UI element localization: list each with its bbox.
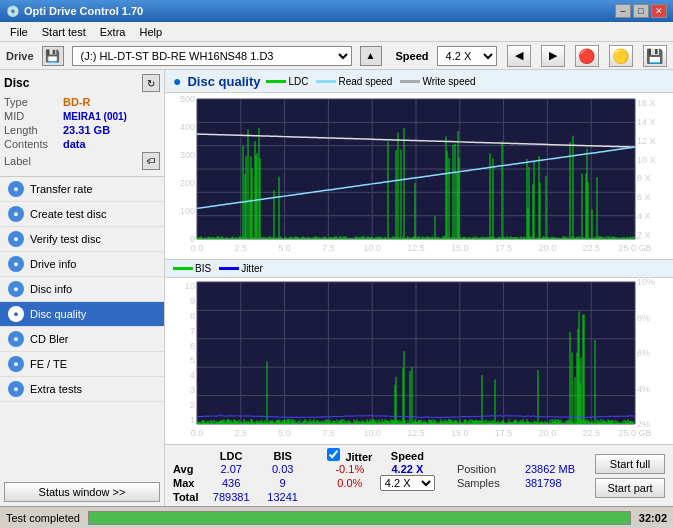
sidebar: Disc ↻ Type BD-R MID MEIRA1 (001) Length…	[0, 70, 165, 506]
ldc-avg: 2.07	[205, 463, 257, 475]
total-label: Total	[173, 491, 205, 503]
label-label: Label	[4, 155, 59, 167]
disc-refresh-button[interactable]: ↻	[142, 74, 160, 92]
upper-chart-container	[165, 93, 673, 260]
sidebar-item-disc-info[interactable]: ● Disc info	[0, 277, 164, 302]
app-icon: 💿	[6, 5, 20, 18]
nav-label-verify-test-disc: Verify test disc	[30, 233, 101, 245]
drive-icon: 💾	[42, 46, 64, 66]
max-label: Max	[173, 475, 205, 491]
disc-info-icon: ●	[8, 281, 24, 297]
write-speed-legend-label: Write speed	[422, 76, 475, 87]
jitter-checkbox[interactable]	[327, 448, 340, 461]
time-text: 32:02	[639, 512, 667, 524]
bis-legend-label: BIS	[195, 263, 211, 274]
position-label: Position	[457, 463, 525, 475]
menu-start-test[interactable]: Start test	[36, 25, 92, 39]
sidebar-item-create-test-disc[interactable]: ● Create test disc	[0, 202, 164, 227]
sidebar-item-transfer-rate[interactable]: ● Transfer rate	[0, 177, 164, 202]
sidebar-item-drive-info[interactable]: ● Drive info	[0, 252, 164, 277]
ldc-header: LDC	[205, 448, 257, 463]
bis-max: 9	[257, 475, 308, 491]
jitter-avg: -0.1%	[321, 463, 378, 475]
speed-value: 4.22 X	[378, 463, 436, 475]
status-bar: Test completed 32:02	[0, 506, 673, 528]
bis-jitter-legend: BIS Jitter	[173, 263, 263, 274]
close-button[interactable]: ✕	[651, 4, 667, 18]
verify-test-disc-icon: ●	[8, 231, 24, 247]
ldc-total: 789381	[205, 491, 257, 503]
start-full-button[interactable]: Start full	[595, 454, 665, 474]
label-icon-button[interactable]: 🏷	[142, 152, 160, 170]
nav-label-cd-bler: CD Bler	[30, 333, 69, 345]
length-value: 23.31 GB	[63, 124, 110, 136]
jitter-header: Jitter	[345, 451, 372, 463]
chart-area: BIS Jitter	[165, 93, 673, 444]
sidebar-item-verify-test-disc[interactable]: ● Verify test disc	[0, 227, 164, 252]
bis-legend-color	[173, 267, 193, 270]
nav-items: ● Transfer rate ● Create test disc ● Ver…	[0, 177, 164, 402]
maximize-button[interactable]: □	[633, 4, 649, 18]
disc-section: Disc ↻ Type BD-R MID MEIRA1 (001) Length…	[0, 70, 164, 177]
jitter-max: 0.0%	[321, 475, 378, 491]
extra-tests-icon: ●	[8, 381, 24, 397]
contents-label: Contents	[4, 138, 59, 150]
jitter-legend-label: Jitter	[241, 263, 263, 274]
nav-label-disc-info: Disc info	[30, 283, 72, 295]
jitter-legend-color	[219, 267, 239, 270]
disc-quality-header-icon: ●	[173, 73, 181, 89]
status-window-button[interactable]: Status window >>	[4, 482, 160, 502]
read-speed-legend-label: Read speed	[338, 76, 392, 87]
fe-te-icon: ●	[8, 356, 24, 372]
samples-value: 381798	[525, 475, 591, 491]
minimize-button[interactable]: –	[615, 4, 631, 18]
speed-header: Speed	[378, 448, 436, 463]
color-button1[interactable]: 🔴	[575, 45, 599, 67]
start-part-button[interactable]: Start part	[595, 478, 665, 498]
transfer-rate-icon: ●	[8, 181, 24, 197]
type-label: Type	[4, 96, 59, 108]
eject-button[interactable]: ▲	[360, 46, 382, 66]
menu-help[interactable]: Help	[133, 25, 168, 39]
title-bar: 💿 Opti Drive Control 1.70 – □ ✕	[0, 0, 673, 22]
save-button[interactable]: 💾	[643, 45, 667, 67]
speed-select[interactable]: 4.2 X	[437, 46, 497, 66]
sidebar-item-cd-bler[interactable]: ● CD Bler	[0, 327, 164, 352]
cd-bler-icon: ●	[8, 331, 24, 347]
action-buttons: Start full Start part	[595, 454, 665, 498]
nav-label-create-test-disc: Create test disc	[30, 208, 106, 220]
legend: LDC Read speed Write speed	[266, 76, 475, 87]
sidebar-item-disc-quality[interactable]: ● Disc quality	[0, 302, 164, 327]
drive-info-icon: ●	[8, 256, 24, 272]
sidebar-item-fe-te[interactable]: ● FE / TE	[0, 352, 164, 377]
color-button2[interactable]: 🟡	[609, 45, 633, 67]
samples-label: Samples	[457, 475, 525, 491]
nav-label-fe-te: FE / TE	[30, 358, 67, 370]
menu-file[interactable]: File	[4, 25, 34, 39]
length-label: Length	[4, 124, 59, 136]
menu-bar: File Start test Extra Help	[0, 22, 673, 42]
nav-label-disc-quality: Disc quality	[30, 308, 86, 320]
write-speed-legend-color	[400, 80, 420, 83]
drive-select[interactable]: (J:) HL-DT-ST BD-RE WH16NS48 1.D3	[72, 46, 352, 66]
progress-bar	[89, 512, 630, 524]
ldc-max: 436	[205, 475, 257, 491]
ldc-legend-color	[266, 80, 286, 83]
disc-title: Disc	[4, 76, 29, 90]
content-area: ● Disc quality LDC Read speed Write spee…	[165, 70, 673, 506]
content-header: ● Disc quality LDC Read speed Write spee…	[165, 70, 673, 93]
next-speed-button[interactable]: ▶	[541, 45, 565, 67]
content-title: Disc quality	[187, 74, 260, 89]
nav-label-extra-tests: Extra tests	[30, 383, 82, 395]
disc-quality-icon: ●	[8, 306, 24, 322]
stats-area: LDC BIS Jitter Speed Avg	[165, 444, 673, 506]
prev-speed-button[interactable]: ◀	[507, 45, 531, 67]
bis-avg: 0.03	[257, 463, 308, 475]
ldc-legend-label: LDC	[288, 76, 308, 87]
create-test-disc-icon: ●	[8, 206, 24, 222]
speed-select2[interactable]: 4.2 X	[380, 475, 435, 491]
menu-extra[interactable]: Extra	[94, 25, 132, 39]
stats-table: LDC BIS Jitter Speed Avg	[173, 448, 591, 503]
sidebar-item-extra-tests[interactable]: ● Extra tests	[0, 377, 164, 402]
drive-label: Drive	[6, 50, 34, 62]
